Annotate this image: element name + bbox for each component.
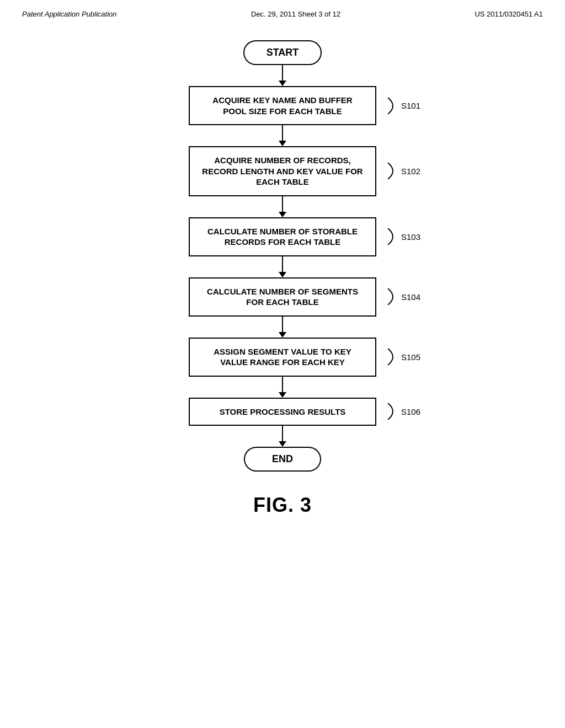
step-row-s106: STORE PROCESSING RESULTS S106 bbox=[189, 398, 376, 426]
step-row-s103: CALCULATE NUMBER OF STORABLE RECORDS FOR… bbox=[189, 217, 376, 256]
arrow-1 bbox=[279, 125, 286, 146]
arrow-line-3 bbox=[282, 256, 283, 272]
arrow-6 bbox=[279, 426, 286, 447]
arrow-head-4 bbox=[279, 332, 286, 338]
step-label-s105: S105 bbox=[387, 349, 420, 365]
arrow-5 bbox=[279, 377, 286, 398]
arrow-line-5 bbox=[282, 377, 283, 392]
bracket-s102 bbox=[387, 163, 399, 179]
arrow-head-6 bbox=[279, 441, 286, 447]
process-text-s104: CALCULATE NUMBER OF SEGMENTS FOR EACH TA… bbox=[207, 287, 358, 307]
process-text-s105: ASSIGN SEGMENT VALUE TO KEY VALUE RANGE … bbox=[214, 347, 351, 367]
arrow-line-6 bbox=[282, 426, 283, 441]
step-id-s104: S104 bbox=[401, 292, 420, 302]
arrow-line-1 bbox=[282, 125, 283, 141]
end-label: END bbox=[272, 453, 293, 464]
bracket-s103 bbox=[387, 228, 399, 245]
bracket-s106 bbox=[387, 403, 399, 420]
arrow-3 bbox=[279, 256, 286, 277]
start-terminal: START bbox=[243, 40, 322, 65]
header-publication: Patent Application Publication bbox=[22, 10, 117, 18]
bracket-s104 bbox=[387, 288, 399, 305]
arrow-head-1 bbox=[279, 141, 286, 146]
process-text-s103: CALCULATE NUMBER OF STORABLE RECORDS FOR… bbox=[207, 227, 358, 247]
step-row-s104: CALCULATE NUMBER OF SEGMENTS FOR EACH TA… bbox=[189, 277, 376, 317]
step-row-s102: ACQUIRE NUMBER OF RECORDS, RECORD LENGTH… bbox=[189, 146, 376, 196]
figure-label: FIG. 3 bbox=[253, 494, 312, 517]
step-id-s102: S102 bbox=[401, 167, 420, 176]
arrow-head-2 bbox=[279, 212, 286, 217]
arrow-head-0 bbox=[279, 81, 286, 86]
process-box-s106: STORE PROCESSING RESULTS bbox=[189, 398, 376, 426]
process-text-s102: ACQUIRE NUMBER OF RECORDS, RECORD LENGTH… bbox=[202, 156, 363, 186]
process-text-s101: ACQUIRE KEY NAME AND BUFFER POOL SIZE FO… bbox=[212, 95, 352, 116]
arrow-line-2 bbox=[282, 196, 283, 212]
arrow-0 bbox=[279, 65, 286, 86]
header-patent-number: US 2011/0320451 A1 bbox=[475, 10, 543, 18]
arrow-4 bbox=[279, 317, 286, 338]
bracket-s101 bbox=[387, 98, 399, 114]
step-id-s101: S101 bbox=[401, 101, 420, 110]
arrow-line-0 bbox=[282, 65, 283, 81]
process-box-s105: ASSIGN SEGMENT VALUE TO KEY VALUE RANGE … bbox=[189, 338, 376, 377]
step-id-s105: S105 bbox=[401, 352, 420, 362]
step-label-s102: S102 bbox=[387, 163, 420, 179]
step-label-s103: S103 bbox=[387, 228, 420, 245]
step-row-s101: ACQUIRE KEY NAME AND BUFFER POOL SIZE FO… bbox=[189, 86, 376, 125]
header-date-sheet: Dec. 29, 2011 Sheet 3 of 12 bbox=[251, 10, 340, 18]
process-box-s101: ACQUIRE KEY NAME AND BUFFER POOL SIZE FO… bbox=[189, 86, 376, 125]
start-label: START bbox=[266, 47, 299, 58]
bracket-s105 bbox=[387, 349, 399, 365]
step-id-s103: S103 bbox=[401, 232, 420, 242]
step-id-s106: S106 bbox=[401, 407, 420, 416]
diagram-area: START ACQUIRE KEY NAME AND BUFFER POOL S… bbox=[0, 24, 565, 517]
step-row-s105: ASSIGN SEGMENT VALUE TO KEY VALUE RANGE … bbox=[189, 338, 376, 377]
arrow-2 bbox=[279, 196, 286, 217]
process-text-s106: STORE PROCESSING RESULTS bbox=[220, 407, 346, 416]
arrow-head-5 bbox=[279, 392, 286, 398]
page-header: Patent Application Publication Dec. 29, … bbox=[0, 0, 565, 24]
process-box-s104: CALCULATE NUMBER OF SEGMENTS FOR EACH TA… bbox=[189, 277, 376, 317]
step-label-s101: S101 bbox=[387, 98, 420, 114]
step-label-s106: S106 bbox=[387, 403, 420, 420]
arrow-head-3 bbox=[279, 272, 286, 277]
arrow-line-4 bbox=[282, 317, 283, 332]
process-box-s103: CALCULATE NUMBER OF STORABLE RECORDS FOR… bbox=[189, 217, 376, 256]
end-terminal: END bbox=[244, 447, 321, 472]
step-label-s104: S104 bbox=[387, 288, 420, 305]
flowchart: START ACQUIRE KEY NAME AND BUFFER POOL S… bbox=[189, 40, 376, 472]
process-box-s102: ACQUIRE NUMBER OF RECORDS, RECORD LENGTH… bbox=[189, 146, 376, 196]
